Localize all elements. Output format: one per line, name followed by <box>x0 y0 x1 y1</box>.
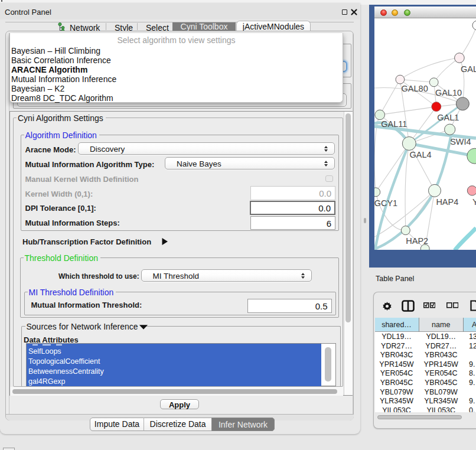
svg-text:GAL4: GAL4 <box>410 150 432 159</box>
svg-text:GAL10: GAL10 <box>435 88 462 97</box>
svg-text:GAL7: GAL7 <box>461 64 476 73</box>
svg-text:HAP2: HAP2 <box>406 236 428 246</box>
svg-text:GAL11: GAL11 <box>381 119 407 129</box>
svg-text:SWI4: SWI4 <box>450 136 471 146</box>
svg-text:HAP4: HAP4 <box>436 197 458 207</box>
svg-text:YM: YM <box>472 197 476 207</box>
svg-text:GAL80: GAL80 <box>402 84 428 93</box>
svg-text:GCY1: GCY1 <box>374 198 397 207</box>
svg-text:GAL1: GAL1 <box>437 112 459 122</box>
